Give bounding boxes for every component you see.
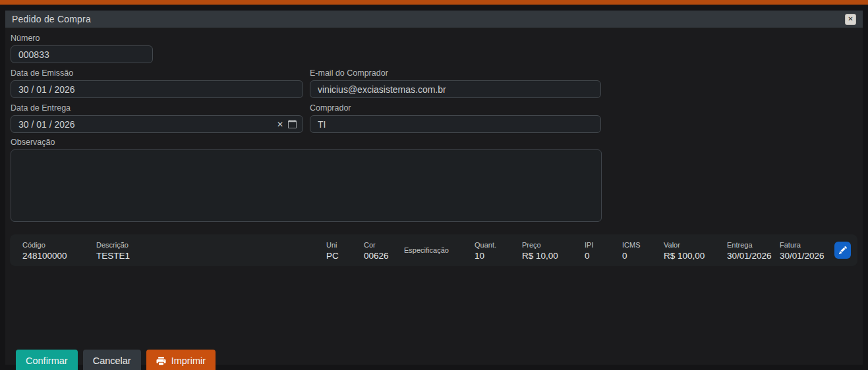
action-buttons: Confirmar Cancelar Imprimir	[11, 350, 857, 370]
dialog-header: Pedido de Compra ✕	[5, 11, 863, 28]
col-header-ipi: IPI	[585, 241, 622, 250]
email-comprador-label: E-mail do Comprador	[310, 68, 601, 78]
item-col-codigo: Código 248100000	[22, 240, 96, 261]
item-codigo-value: 248100000	[22, 250, 96, 261]
close-icon[interactable]: ✕	[845, 14, 856, 25]
numero-field-group: Número	[11, 34, 153, 63]
confirmar-button[interactable]: Confirmar	[16, 350, 78, 370]
numero-input[interactable]	[11, 45, 153, 63]
printer-icon	[156, 356, 166, 365]
comprador-input[interactable]	[310, 115, 601, 133]
item-preco-value: R$ 10,00	[522, 250, 585, 261]
calendar-icon[interactable]	[288, 120, 297, 128]
col-header-valor: Valor	[664, 241, 727, 250]
item-ipi-value: 0	[585, 250, 622, 261]
numero-label: Número	[11, 34, 153, 43]
item-col-preco: Preço R$ 10,00	[522, 240, 585, 261]
item-icms-value: 0	[622, 250, 664, 261]
observacao-label: Observação	[11, 138, 602, 147]
data-emissao-field-group: Data de Emissão	[11, 68, 303, 98]
email-comprador-input[interactable]	[310, 80, 601, 98]
item-quant-value: 10	[475, 250, 522, 261]
col-header-preco: Preço	[522, 241, 585, 250]
clear-date-icon[interactable]: ✕	[277, 120, 283, 128]
col-header-quant: Quant.	[475, 241, 522, 250]
cancelar-button[interactable]: Cancelar	[83, 350, 141, 370]
col-header-descricao: Descrição	[96, 241, 326, 250]
col-header-cor: Cor	[364, 241, 404, 250]
item-descricao-value: TESTE1	[96, 250, 326, 261]
cancelar-label: Cancelar	[93, 356, 131, 366]
item-fatura-value: 30/01/2026	[780, 250, 834, 261]
email-comprador-field-group: E-mail do Comprador	[310, 68, 601, 98]
observacao-textarea[interactable]	[11, 149, 602, 222]
col-header-fatura: Fatura	[780, 241, 834, 250]
item-col-icms: ICMS 0	[622, 240, 664, 261]
item-entrega-value: 30/01/2026	[727, 250, 780, 261]
item-col-descricao: Descrição TESTE1	[96, 240, 326, 261]
item-row: Código 248100000 Descrição TESTE1 Uni PC…	[10, 234, 857, 266]
comprador-field-group: Comprador	[310, 103, 601, 133]
col-header-codigo: Código	[22, 241, 96, 250]
dialog-body: Número Data de Emissão E-mail do Comprad…	[5, 34, 863, 370]
col-header-uni: Uni	[326, 241, 364, 250]
col-header-especificacao: Especificação	[404, 246, 475, 255]
item-col-especificacao: Especificação	[404, 245, 475, 255]
top-accent-bar	[0, 0, 868, 5]
col-header-icms: ICMS	[622, 241, 664, 250]
data-emissao-label: Data de Emissão	[11, 68, 303, 78]
item-col-entrega: Entrega 30/01/2026	[727, 240, 780, 261]
data-entrega-label: Data de Entrega	[11, 103, 303, 113]
item-col-ipi: IPI 0	[585, 240, 622, 261]
observacao-field-group: Observação	[11, 138, 602, 222]
comprador-label: Comprador	[310, 103, 601, 113]
item-col-cor: Cor 00626	[364, 240, 404, 261]
item-valor-value: R$ 100,00	[664, 250, 727, 261]
imprimir-button[interactable]: Imprimir	[146, 350, 216, 370]
pencil-icon	[839, 246, 847, 254]
data-entrega-field-group: Data de Entrega ✕	[11, 103, 303, 133]
item-cor-value: 00626	[364, 250, 404, 261]
col-header-entrega: Entrega	[727, 241, 780, 250]
pedido-de-compra-dialog: Pedido de Compra ✕ Número Data de Emissã…	[5, 11, 863, 365]
item-col-fatura: Fatura 30/01/2026	[780, 240, 834, 261]
confirmar-label: Confirmar	[26, 356, 68, 366]
item-col-uni: Uni PC	[326, 240, 364, 261]
imprimir-label: Imprimir	[171, 356, 206, 366]
data-emissao-input[interactable]	[11, 80, 303, 98]
dialog-title: Pedido de Compra	[12, 14, 91, 24]
item-col-valor: Valor R$ 100,00	[664, 240, 727, 261]
item-col-quant: Quant. 10	[475, 240, 522, 261]
edit-item-button[interactable]	[834, 242, 851, 259]
data-entrega-input[interactable]	[11, 115, 303, 133]
item-uni-value: PC	[326, 250, 364, 261]
